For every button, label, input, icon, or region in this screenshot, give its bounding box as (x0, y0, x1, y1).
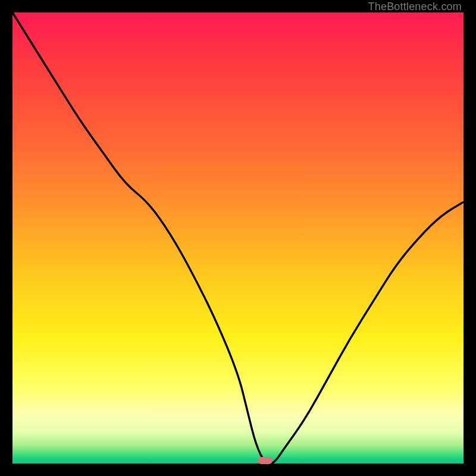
optimal-point-marker (258, 457, 272, 464)
curve-path (12, 12, 464, 464)
attribution-text: TheBottleneck.com (368, 1, 462, 13)
chart-frame: TheBottleneck.com (0, 0, 476, 476)
bottleneck-curve (12, 12, 464, 464)
